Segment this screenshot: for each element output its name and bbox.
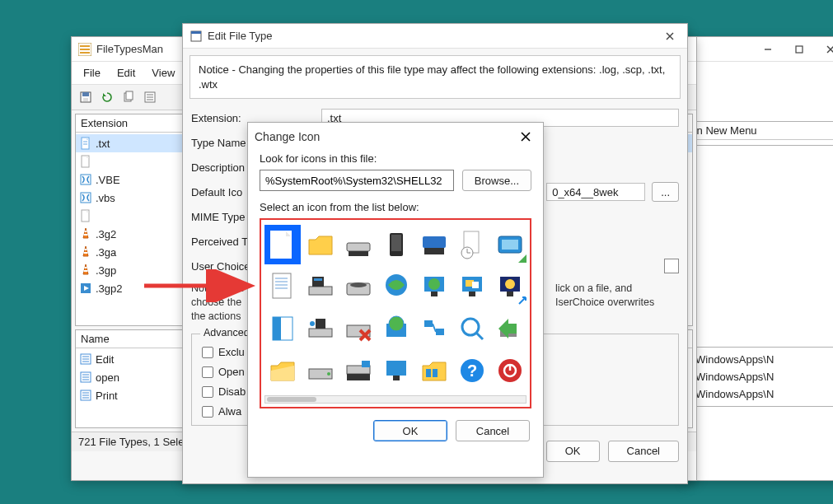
notice-text: Notice - Changing the properties of this… — [190, 55, 681, 99]
file-icon — [79, 155, 92, 168]
properties-icon[interactable] — [141, 88, 159, 106]
extension-label: .3gp2 — [96, 282, 123, 295]
icon-option[interactable] — [492, 309, 528, 348]
icon-option[interactable] — [302, 225, 339, 264]
ok-button[interactable]: OK — [373, 420, 447, 441]
svg-point-90 — [389, 316, 404, 331]
icon-option[interactable] — [340, 351, 377, 390]
menu-edit[interactable]: Edit — [110, 65, 142, 81]
icon-option[interactable] — [302, 267, 339, 306]
icon-option[interactable] — [264, 267, 301, 306]
icon-option[interactable] — [378, 351, 414, 390]
notice2-right: lick on a file, and IserChoice overwrite… — [547, 278, 687, 327]
icon-option[interactable] — [378, 267, 414, 306]
cancel-button[interactable]: Cancel — [456, 420, 530, 441]
svg-rect-55 — [424, 248, 444, 254]
extension-label: .VBE — [96, 174, 120, 186]
svg-rect-21 — [81, 175, 91, 184]
svg-rect-62 — [273, 273, 291, 298]
svg-rect-5 — [80, 45, 90, 47]
minimize-button[interactable] — [752, 38, 784, 61]
checkbox[interactable] — [202, 406, 213, 418]
file-icon — [79, 209, 92, 222]
save-icon[interactable] — [77, 88, 95, 106]
icon-option[interactable] — [454, 267, 490, 306]
dialog-icon — [190, 30, 203, 43]
svg-rect-22 — [81, 193, 91, 203]
svg-rect-26 — [85, 249, 87, 250]
icon-option[interactable] — [492, 351, 528, 390]
svg-point-87 — [310, 321, 315, 326]
extension-label: .3gp — [96, 264, 116, 277]
svg-rect-100 — [347, 374, 370, 380]
icon-option[interactable] — [416, 267, 452, 306]
icon-option[interactable] — [454, 225, 490, 264]
extension-header[interactable]: Extension — [81, 117, 128, 129]
list-item: WindowsApps\N — [689, 368, 833, 385]
icon-option[interactable] — [264, 225, 301, 264]
svg-rect-29 — [84, 270, 88, 272]
svg-text:?: ? — [467, 362, 477, 380]
svg-rect-28 — [85, 267, 87, 268]
extension-label: .txt — [96, 138, 110, 150]
menu-file[interactable]: File — [77, 65, 107, 81]
icon-option[interactable] — [492, 225, 528, 264]
ok-button[interactable]: OK — [546, 441, 600, 462]
svg-line-93 — [433, 324, 436, 332]
svg-rect-1 — [796, 46, 803, 53]
icon-option[interactable] — [492, 267, 528, 306]
menu-view[interactable]: View — [145, 65, 181, 81]
icon-option[interactable] — [416, 309, 452, 348]
svg-rect-53 — [391, 235, 401, 251]
file-icon — [79, 191, 92, 204]
icon-option[interactable]: ? — [454, 351, 490, 390]
svg-rect-50 — [347, 243, 370, 251]
maximize-button[interactable] — [784, 38, 815, 61]
icon-option[interactable] — [454, 309, 490, 348]
in-new-menu-header: In New Menu — [694, 124, 757, 137]
close-button[interactable] — [510, 125, 541, 148]
svg-rect-78 — [472, 282, 479, 288]
name-header[interactable]: Name — [81, 333, 110, 345]
icon-path-field[interactable]: 0_x64__8wek — [546, 183, 645, 201]
icon-option[interactable] — [340, 267, 377, 306]
file-icon — [79, 245, 92, 259]
svg-rect-103 — [393, 376, 400, 380]
icon-option[interactable] — [302, 309, 339, 348]
select-label: Select an icon from the list below: — [260, 201, 531, 213]
icon-option[interactable] — [416, 351, 452, 390]
lookfor-label: Look for icons in this file: — [260, 152, 531, 165]
svg-rect-54 — [423, 236, 446, 248]
userchoice-checkbox[interactable] — [664, 259, 679, 273]
checkbox[interactable] — [202, 366, 213, 378]
svg-point-74 — [428, 278, 440, 290]
refresh-icon[interactable] — [98, 88, 116, 106]
icon-option[interactable] — [340, 225, 377, 264]
svg-rect-68 — [312, 277, 324, 287]
icon-option[interactable] — [416, 225, 452, 264]
svg-rect-7 — [80, 52, 90, 54]
svg-rect-61 — [502, 240, 518, 250]
svg-rect-9 — [82, 92, 89, 96]
checkbox[interactable] — [202, 347, 213, 358]
browse-button[interactable]: Browse... — [462, 170, 531, 191]
close-button[interactable] — [815, 38, 833, 61]
copy-icon[interactable] — [119, 88, 138, 106]
icon-option[interactable] — [302, 351, 339, 390]
svg-rect-85 — [309, 329, 332, 337]
close-button[interactable] — [654, 25, 686, 48]
cancel-button[interactable]: Cancel — [608, 441, 679, 462]
scrollbar[interactable] — [264, 395, 526, 404]
extension-label: .vbs — [96, 192, 115, 204]
icon-option[interactable] — [264, 351, 301, 390]
icon-option[interactable] — [264, 309, 301, 348]
icon-option[interactable] — [340, 309, 377, 348]
file-icon — [79, 264, 92, 277]
ellipsis-button[interactable]: ... — [652, 182, 679, 202]
file-icon — [79, 227, 92, 240]
checkbox[interactable] — [202, 386, 213, 398]
icon-option[interactable] — [378, 309, 414, 348]
icon-file-input[interactable] — [260, 170, 454, 191]
icon-option[interactable] — [378, 225, 414, 264]
list-item: WindowsApps\N — [689, 351, 833, 368]
